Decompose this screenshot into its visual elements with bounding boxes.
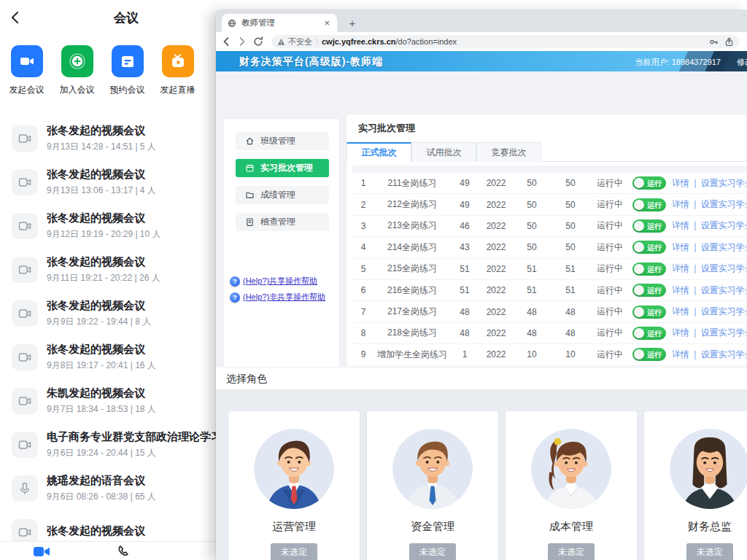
detail-link[interactable]: 详情 — [672, 327, 689, 338]
role-card-operations: 运营管理 未选定 未下班 — [228, 411, 360, 560]
meeting-item-text: 张冬发起的视频会议 9月8日 19:17 - 20:41 | 16 人 — [47, 343, 156, 372]
schedule-meeting-button[interactable]: 预约会议 — [102, 45, 152, 96]
meeting-list-item[interactable]: 张冬发起的视频会议 9月11日 19:21 - 20:22 | 26 人 — [0, 248, 216, 292]
run-toggle[interactable]: 运行 — [632, 306, 666, 319]
app-tabbar — [0, 541, 216, 560]
sidebar-item-audit-management[interactable]: 稽查管理 — [236, 213, 329, 231]
avatar — [254, 429, 334, 509]
set-students-link[interactable]: 设置实习学生 — [701, 349, 747, 359]
table-row: 9 增加学生全岗练习 1 2022 10 10 运行中 运行 — [352, 344, 747, 365]
meeting-list-item[interactable]: 张冬发起的视频会议 9月8日 19:17 - 20:41 | 16 人 — [0, 335, 216, 379]
run-toggle[interactable]: 运行 — [632, 198, 666, 211]
set-students-link[interactable]: 设置实习学生 — [701, 327, 747, 338]
sidebar-item-grades-management[interactable]: 成绩管理 — [236, 186, 329, 204]
detail-link[interactable]: 详情 — [672, 178, 689, 188]
detail-link[interactable]: 详情 — [672, 285, 689, 295]
help-link-nonshared[interactable]: ? (Help?)非共享操作帮助 — [230, 292, 325, 303]
avatar — [392, 429, 473, 509]
meeting-list-item[interactable]: 电子商务专业群党支部政治理论学习 9月6日 19:24 - 20:44 | 15… — [0, 423, 216, 467]
browser-tab[interactable]: 教师管理 × — [222, 14, 337, 32]
change-password-link[interactable]: 修改 — [737, 57, 747, 68]
toggle-cell: 运行 — [630, 306, 669, 319]
question-mark-icon: ? — [230, 276, 240, 287]
detail-link[interactable]: 详情 — [672, 349, 689, 359]
toggle-cell: 运行 — [630, 198, 669, 211]
row-actions: 详情 | 设置实习学生 | 更多 — [669, 262, 747, 275]
batch-count-3: 48 — [551, 328, 590, 338]
meeting-list-item[interactable]: 张冬发起的视频会议 9月12日 19:19 - 20:29 | 10 人 — [0, 204, 216, 248]
meeting-action-row: 发起会议 加入会议 预约会议 发起直播 — [1, 45, 203, 96]
run-toggle[interactable]: 运行 — [632, 262, 666, 276]
start-meeting-button[interactable]: 发起会议 — [1, 45, 52, 96]
row-index: 4 — [352, 242, 374, 252]
detail-link[interactable]: 详情 — [672, 306, 689, 316]
meeting-list-item[interactable]: 张冬发起的视频会议 9月9日 19:22 - 19:44 | 8 人 — [0, 292, 216, 335]
role-select-badge[interactable]: 未选定 — [271, 543, 317, 560]
run-toggle[interactable]: 运行 — [632, 241, 666, 254]
row-index: 6 — [352, 285, 374, 295]
set-students-link[interactable]: 设置实习学生 — [701, 306, 747, 316]
meeting-item-text: 张冬发起的视频会议 9月9日 19:22 - 19:44 | 8 人 — [47, 299, 151, 328]
meeting-list-item[interactable]: 张冬发起的视频会议 9月13日 14:28 - 14:51 | 5 人 — [0, 117, 216, 160]
tab-meetings-button[interactable] — [32, 544, 51, 560]
set-students-link[interactable]: 设置实习学生 — [701, 178, 747, 188]
reload-icon[interactable] — [252, 36, 264, 47]
run-toggle[interactable]: 运行 — [632, 219, 666, 233]
set-students-link[interactable]: 设置实习学生 — [701, 285, 747, 295]
video-camera-outline-icon — [12, 300, 38, 327]
link-separator: | — [694, 199, 696, 209]
share-icon[interactable] — [724, 37, 734, 47]
tab-formal-batch[interactable]: 正式批次 — [347, 142, 411, 162]
tab-calls-button[interactable] — [115, 544, 131, 560]
sidebar-item-class-management[interactable]: 班级管理 — [236, 132, 329, 150]
set-students-link[interactable]: 设置实习学生 — [701, 199, 747, 209]
batch-count-3: 50 — [551, 242, 590, 252]
role-select-badge[interactable]: 未选定 — [409, 543, 456, 560]
meeting-list-item[interactable]: 朱凯发起的视频会议 9月7日 18:34 - 18:53 | 18 人 — [0, 379, 216, 423]
role-card-funds: 资金管理 未选定 未下班 — [367, 411, 498, 560]
batch-name: 增加学生全岗练习 — [374, 349, 450, 361]
close-tab-icon[interactable]: × — [322, 18, 331, 28]
run-toggle[interactable]: 运行 — [632, 327, 666, 340]
batch-year: 2022 — [479, 178, 513, 188]
sidebar-item-batch-management[interactable]: 实习批次管理 — [236, 159, 329, 177]
meeting-list-item[interactable]: 张冬发起的视频会议 — [0, 510, 216, 544]
batch-count-2: 10 — [513, 349, 551, 359]
set-students-link[interactable]: 设置实习学生 — [701, 242, 747, 252]
batch-year: 2022 — [479, 328, 513, 338]
tab-trial-batch[interactable]: 试用批次 — [411, 142, 476, 162]
set-students-link[interactable]: 设置实习学生 — [701, 263, 747, 273]
role-select-badge[interactable]: 未选定 — [686, 543, 733, 560]
start-live-button[interactable]: 发起直播 — [152, 45, 203, 96]
join-meeting-button[interactable]: 加入会议 — [52, 45, 102, 96]
help-link-shared[interactable]: ? (Help?)共享操作帮助 — [230, 276, 317, 287]
detail-link[interactable]: 详情 — [672, 242, 689, 252]
run-toggle[interactable]: 运行 — [632, 284, 666, 297]
toggle-knob — [634, 307, 644, 317]
choose-role-title: 选择角色 — [226, 373, 267, 386]
tab-competition-batch[interactable]: 竞赛批次 — [476, 142, 541, 162]
row-actions: 详情 | 设置实习学生 | 更多 — [669, 349, 747, 361]
batch-count-1: 48 — [450, 307, 479, 317]
batch-count-1: 43 — [450, 242, 479, 252]
new-tab-button[interactable]: + — [344, 15, 360, 31]
address-bar[interactable]: 不安全 cwjc.yqfree.ckrs.cn /do?action=index — [271, 35, 740, 48]
folder-icon — [245, 190, 255, 200]
meeting-list-item[interactable]: 张冬发起的视频会议 9月13日 13:06 - 13:17 | 4 人 — [0, 160, 216, 204]
meeting-list-item[interactable]: 姚瑶发起的语音会议 9月6日 08:26 - 08:38 | 65 人 — [0, 467, 216, 510]
run-toggle[interactable]: 运行 — [632, 348, 666, 361]
detail-link[interactable]: 详情 — [672, 263, 689, 273]
back-icon[interactable] — [220, 36, 232, 47]
batch-name: 212全岗练习 — [374, 198, 450, 211]
avatar — [531, 429, 611, 509]
forward-icon[interactable] — [236, 36, 248, 47]
toggle-cell: 运行 — [630, 327, 669, 340]
detail-link[interactable]: 详情 — [672, 199, 689, 209]
toggle-label: 运行 — [647, 179, 662, 189]
set-students-link[interactable]: 设置实习学生 — [701, 220, 747, 230]
detail-link[interactable]: 详情 — [672, 220, 689, 230]
run-toggle[interactable]: 运行 — [632, 176, 666, 190]
key-icon[interactable] — [709, 37, 719, 47]
role-select-badge[interactable]: 未选定 — [548, 543, 595, 560]
role-name: 运营管理 — [228, 520, 360, 534]
